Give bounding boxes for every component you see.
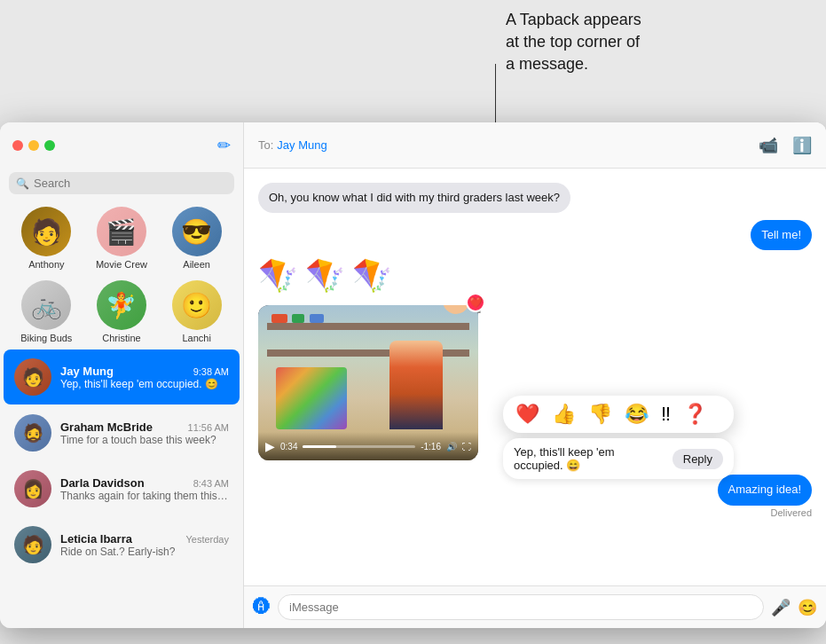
stickers-row: 🪁 🪁 🪁 (258, 257, 812, 295)
tapback-haha-btn[interactable]: 😂 (625, 403, 649, 426)
volume-icon[interactable]: 🔊 (446, 442, 457, 452)
pinned-lanchi[interactable]: 🙂 Lanchi (165, 280, 229, 343)
conv-info-jaymung: Jay Mung 9:38 AM Yep, this'll keep 'em o… (60, 365, 229, 390)
bubble-1: Oh, you know what I did with my third gr… (258, 183, 570, 213)
pinned-bikingbuds[interactable]: 🚲 Biking Buds (14, 280, 78, 343)
avatar-christine: 🧚 (97, 280, 146, 330)
delivered-label: Delivered (771, 507, 812, 518)
conv-name-darla: Darla Davidson (60, 476, 145, 490)
chat-header-icons: 📹 ℹ️ (759, 136, 812, 155)
video-time-current: 0:34 (280, 442, 297, 452)
conv-name-row-darla: Darla Davidson 8:43 AM (60, 476, 229, 490)
compose-icon[interactable]: ✏ (217, 136, 231, 155)
fullscreen-icon[interactable]: ⛶ (462, 442, 471, 452)
minimize-button[interactable] (28, 140, 39, 151)
reply-button[interactable]: Reply (673, 449, 723, 469)
conv-name-row-jaymung: Jay Mung 9:38 AM (60, 365, 229, 378)
chat-to-name: Jay Mung (277, 138, 326, 152)
messages-window: ✏ 🔍 🧑 Anthony 🎬 Movie Crew 😎 Aileen (0, 122, 826, 628)
search-input[interactable] (34, 177, 227, 190)
avatar-aileen-label: Aileen (183, 259, 210, 270)
titlebar: ✏ (0, 122, 243, 169)
conv-time-darla: 8:43 AM (193, 478, 229, 489)
appstore-icon[interactable]: 🅐 (253, 597, 271, 617)
artwork (276, 367, 347, 429)
avatar-graham: 🧔 (14, 414, 51, 452)
video-message[interactable]: ▶ 0:34 -1:16 🔊 ⛶ (258, 305, 478, 460)
conv-item-jaymung[interactable]: 🧑 Jay Mung 9:38 AM Yep, this'll keep 'em… (4, 349, 240, 404)
item-1 (271, 314, 287, 323)
shelf-1 (267, 323, 469, 330)
tapback-exclaim-btn[interactable]: ‼️ (661, 403, 671, 426)
dictation-icon[interactable]: 🎤 (771, 598, 791, 617)
msg-left-1: Oh, you know what I did with my third gr… (258, 183, 812, 213)
conv-item-graham[interactable]: 🧔 Graham McBride 11:56 AM Time for a tou… (4, 405, 240, 460)
conv-preview-graham: Time for a touch base this week? (60, 434, 229, 446)
chat-messages: Oh, you know what I did with my third gr… (244, 169, 826, 585)
annotation-top: A Tapback appears at the top corner of a… (497, 0, 816, 85)
avatar-anthony: 🧑 (21, 207, 71, 256)
pinned-aileen[interactable]: 😎 Aileen (165, 207, 229, 270)
tapback-question-btn[interactable]: ❓ (683, 403, 707, 426)
maximize-button[interactable] (44, 140, 55, 151)
bubble-tell-me: Tell me! (751, 220, 812, 250)
conversation-list: 🧑 Jay Mung 9:38 AM Yep, this'll keep 'em… (0, 349, 243, 628)
conv-time-leticia: Yesterday (185, 534, 229, 545)
emoji-icon[interactable]: 😊 (798, 598, 817, 617)
avatar-lanchi-label: Lanchi (182, 333, 210, 343)
pinned-row-1: 🧑 Anthony 🎬 Movie Crew 😎 Aileen (0, 201, 243, 275)
tapback-popup: ❤️ 👍 👎 😂 ‼️ ❓ Yep, this'll keep 'em occu… (503, 396, 734, 479)
avatar-christine-label: Christine (102, 333, 140, 343)
conv-item-leticia[interactable]: 🧑 Leticia Ibarra Yesterday Ride on Sat.?… (4, 517, 240, 572)
traffic-lights (12, 140, 55, 151)
pinned-moviecrew[interactable]: 🎬 Movie Crew (90, 207, 153, 270)
video-time-remaining: -1:16 (421, 442, 441, 452)
kite-3: 🪁 (352, 257, 392, 295)
close-button[interactable] (12, 140, 23, 151)
conv-time-jaymung: 9:38 AM (193, 366, 229, 377)
pinned-christine[interactable]: 🧚 Christine (90, 280, 153, 343)
conv-time-graham: 11:56 AM (188, 422, 229, 433)
video-call-icon[interactable]: 📹 (759, 136, 778, 155)
message-input[interactable] (278, 594, 764, 620)
avatar-anthony-label: Anthony (28, 259, 64, 270)
avatar-darla: 👩 (14, 470, 51, 507)
avatar-aileen: 😎 (172, 207, 222, 256)
item-3 (310, 314, 324, 323)
tapback-thumbsdown-btn[interactable]: 👎 (588, 403, 612, 426)
tapback-thumbsup-btn[interactable]: 👍 (552, 403, 576, 426)
conv-info-darla: Darla Davidson 8:43 AM Thanks again for … (60, 476, 229, 502)
video-message-container: ▶ 0:34 -1:16 🔊 ⛶ ❤️ (258, 302, 478, 464)
conv-name-graham: Graham McBride (60, 420, 153, 434)
item-2 (292, 314, 304, 323)
conv-info-leticia: Leticia Ibarra Yesterday Ride on Sat.? E… (60, 532, 229, 558)
play-icon[interactable]: ▶ (265, 439, 275, 453)
avatar-moviecrew: 🎬 (97, 207, 146, 256)
kite-1: 🪁 (258, 257, 298, 295)
conv-item-darla[interactable]: 👩 Darla Davidson 8:43 AM Thanks again fo… (4, 461, 240, 516)
conv-preview-darla: Thanks again for taking them this weeken… (60, 490, 229, 502)
pinned-row-2: 🚲 Biking Buds 🧚 Christine 🙂 Lanchi (0, 275, 243, 349)
info-icon[interactable]: ℹ️ (792, 136, 812, 155)
search-bar[interactable]: 🔍 (9, 172, 234, 194)
bubble-amazing: Amazing idea! (718, 475, 812, 505)
conv-info-graham: Graham McBride 11:56 AM Time for a touch… (60, 420, 229, 446)
conv-preview-leticia: Ride on Sat.? Early-ish? (60, 546, 229, 558)
video-progress-fill (303, 445, 336, 448)
video-controls: ▶ 0:34 -1:16 🔊 ⛶ (258, 432, 478, 460)
chat-to-label: To: (258, 138, 273, 152)
conv-name-leticia: Leticia Ibarra (60, 532, 132, 546)
tapback-bar: ❤️ 👍 👎 😂 ‼️ ❓ (503, 396, 734, 433)
search-icon: 🔍 (16, 177, 29, 190)
conv-name-jaymung: Jay Mung (60, 365, 114, 378)
input-right-icons: 🎤 😊 (771, 598, 817, 617)
tapback-message-row: Yep, this'll keep 'em occupied. 😄 Reply (503, 438, 734, 479)
chat-area: To: Jay Mung 📹 ℹ️ Oh, you know what I di… (244, 122, 826, 628)
video-progress-bar[interactable] (303, 445, 415, 448)
pinned-anthony[interactable]: 🧑 Anthony (14, 207, 78, 270)
tapback-msg-text: Yep, this'll keep 'em occupied. 😄 (514, 445, 665, 472)
avatar-jaymung: 🧑 (14, 358, 51, 396)
sidebar: ✏ 🔍 🧑 Anthony 🎬 Movie Crew 😎 Aileen (0, 122, 244, 628)
chat-header: To: Jay Mung 📹 ℹ️ (244, 122, 826, 169)
tapback-heart-btn[interactable]: ❤️ (515, 403, 539, 426)
